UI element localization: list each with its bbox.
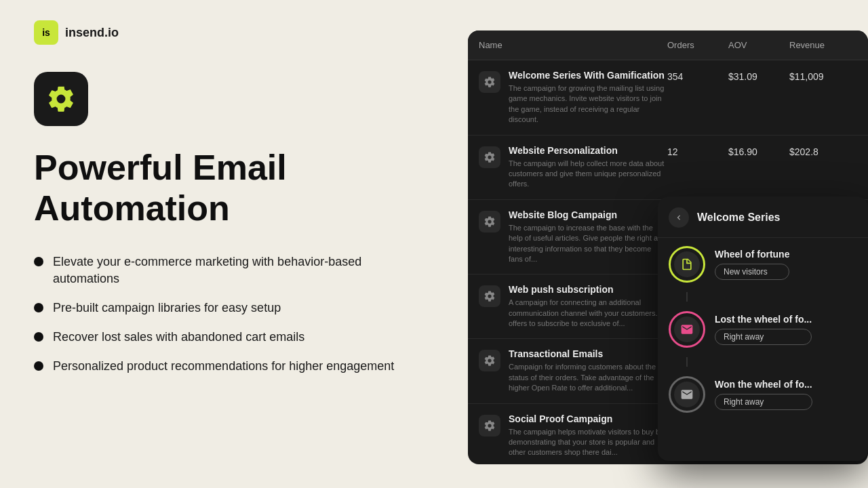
gear-icon — [484, 420, 496, 432]
left-panel: is insend.io Powerful Email Automation E… — [0, 0, 448, 488]
email-icon — [680, 388, 694, 401]
chevron-left-icon — [674, 213, 684, 222]
feature-list: Elevate your e-commerce marketing with b… — [34, 253, 414, 375]
orders-value: 12 — [667, 145, 728, 157]
workflow-name: Lost the wheel of fo... — [715, 314, 812, 325]
campaign-text: Social Proof Campaign The campaign helps… — [509, 413, 667, 458]
gear-icon — [484, 76, 496, 88]
bullet-icon — [34, 361, 43, 371]
campaign-icon — [479, 415, 500, 436]
campaign-info: Transactional Emails Campaign for inform… — [479, 348, 667, 393]
workflow-item-3[interactable]: Won the wheel of fo... Right away — [669, 376, 857, 413]
email-icon — [680, 323, 694, 336]
workflow-badge: New visitors — [715, 264, 789, 280]
workflow-item-2[interactable]: Lost the wheel of fo... Right away — [669, 311, 857, 348]
campaign-info: Web push subscription A campaign for con… — [479, 284, 667, 329]
bullet-icon — [34, 332, 43, 342]
table-header: Name Orders AOV Revenue — [468, 30, 868, 60]
campaign-icon — [479, 285, 500, 307]
feature-item-4: Personalized product recommendations for… — [34, 358, 414, 375]
campaign-info: Welcome Series With Gamification The cam… — [479, 70, 667, 125]
workflow-info: Wheel of fortune New visitors — [715, 249, 789, 280]
gear-icon — [46, 84, 76, 114]
gear-icon — [484, 151, 496, 163]
col-name: Name — [479, 40, 667, 50]
campaign-info: Website Personalization The campaign wil… — [479, 145, 667, 190]
campaign-info: Social Proof Campaign The campaign helps… — [479, 413, 667, 458]
connector-line — [686, 292, 688, 302]
aov-value: $31.09 — [728, 70, 789, 82]
aov-value: $16.90 — [728, 145, 789, 157]
detail-title: Welcome Series — [697, 211, 780, 224]
workflow-item-1[interactable]: Wheel of fortune New visitors — [669, 246, 857, 283]
hero-headline: Powerful Email Automation — [34, 148, 414, 229]
gear-icon — [484, 290, 496, 302]
campaign-text: Web push subscription A campaign for con… — [509, 284, 667, 329]
campaign-icon — [479, 71, 500, 93]
workflow-name: Won the wheel of fo... — [715, 379, 812, 390]
revenue-value: $11,009 — [789, 70, 857, 82]
connector-line — [686, 357, 688, 367]
workflow-info: Won the wheel of fo... Right away — [715, 379, 812, 410]
gear-icon — [484, 216, 496, 228]
campaign-text: Website Personalization The campaign wil… — [509, 145, 667, 190]
back-button[interactable] — [669, 207, 689, 228]
detail-panel: Welcome Series Wheel of fortune New visi… — [658, 197, 868, 461]
feature-item-1: Elevate your e-commerce marketing with b… — [34, 253, 414, 287]
gear-icon — [484, 354, 496, 367]
workflow-icon-circle — [669, 311, 705, 348]
campaign-icon — [479, 211, 500, 232]
workflow-icon-inner — [674, 317, 700, 342]
feature-item-3: Recover lost sales with abandoned cart e… — [34, 329, 414, 346]
workflow-icon-circle — [669, 376, 705, 413]
bullet-icon — [34, 303, 43, 312]
campaign-text: Transactional Emails Campaign for inform… — [509, 348, 667, 393]
col-orders: Orders — [667, 40, 728, 50]
workflow-badge: Right away — [715, 329, 812, 345]
workflow-icon-circle — [669, 246, 705, 283]
detail-header: Welcome Series — [658, 197, 868, 238]
campaign-icon — [479, 146, 500, 168]
workflow-icon-inner — [674, 251, 700, 277]
workflow-list: Wheel of fortune New visitors Lost the w… — [658, 238, 868, 421]
brand-name: insend.io — [65, 26, 119, 40]
workflow-badge: Right away — [715, 394, 812, 410]
logo-icon: is — [34, 20, 58, 45]
gear-app-icon — [34, 72, 88, 126]
table-row[interactable]: Website Personalization The campaign wil… — [468, 136, 868, 200]
campaign-text: Welcome Series With Gamification The cam… — [509, 70, 667, 125]
bullet-icon — [34, 257, 43, 266]
workflow-info: Lost the wheel of fo... Right away — [715, 314, 812, 345]
campaign-icon — [479, 350, 500, 371]
col-revenue: Revenue — [789, 40, 857, 50]
orders-value: 354 — [667, 70, 728, 82]
workflow-name: Wheel of fortune — [715, 249, 789, 260]
revenue-value: $202.8 — [789, 145, 857, 157]
col-aov: AOV — [728, 40, 789, 50]
campaign-info: Website Blog Campaign The campaign to in… — [479, 209, 667, 265]
table-row[interactable]: Welcome Series With Gamification The cam… — [468, 60, 868, 136]
workflow-icon-inner — [674, 382, 700, 407]
logo-area: is insend.io — [34, 20, 414, 45]
document-icon — [680, 258, 694, 271]
campaign-text: Website Blog Campaign The campaign to in… — [509, 209, 667, 265]
feature-item-2: Pre-built campaign libraries for easy se… — [34, 300, 414, 317]
